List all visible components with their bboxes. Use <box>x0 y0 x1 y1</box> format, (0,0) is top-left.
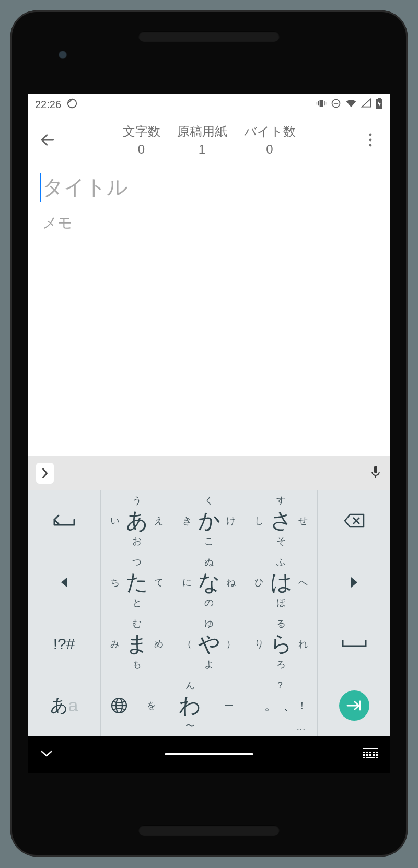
key-a[interactable]: う お い え あ <box>101 490 173 552</box>
counter-bytes: バイト数 0 <box>244 123 296 157</box>
svg-rect-36 <box>363 757 365 758</box>
svg-rect-2 <box>318 101 319 105</box>
suggestion-bar <box>28 456 390 490</box>
nav-keyboard-switch-button[interactable] <box>363 748 378 761</box>
cursor-right-key[interactable] <box>317 552 390 613</box>
editor-area: タイトル メモ <box>28 165 390 456</box>
navigation-bar <box>28 736 390 773</box>
svg-rect-34 <box>373 754 375 756</box>
svg-rect-26 <box>363 752 365 753</box>
key-wa[interactable]: ん 〜 を ー わ <box>137 675 243 736</box>
nav-home-line[interactable] <box>165 753 253 755</box>
svg-marker-19 <box>351 577 357 588</box>
phone-frame: 22:26 <box>10 10 408 857</box>
device-speaker-bottom <box>138 825 280 836</box>
app-bar: 文字数 0 原稿用紙 1 バイト数 0 <box>28 115 390 165</box>
svg-rect-30 <box>376 752 378 753</box>
svg-rect-32 <box>366 754 368 756</box>
undo-key[interactable] <box>28 490 101 552</box>
vibrate-icon <box>316 98 327 111</box>
counter-label: 原稿用紙 <box>177 123 227 140</box>
more-button[interactable] <box>355 133 386 147</box>
svg-rect-31 <box>363 754 365 756</box>
svg-rect-5 <box>326 102 326 104</box>
expand-suggestions-button[interactable] <box>36 463 54 484</box>
svg-rect-9 <box>378 98 381 99</box>
counter-value: 0 <box>266 142 273 157</box>
space-key[interactable] <box>317 613 390 675</box>
enter-key[interactable] <box>317 675 390 736</box>
svg-rect-27 <box>366 752 368 753</box>
screen: 22:26 <box>28 94 390 773</box>
cursor-left-key[interactable] <box>28 552 101 613</box>
keyboard: う お い え あ く こ き け か す そ し せ <box>28 490 390 736</box>
key-sa[interactable]: す そ し せ さ <box>245 490 317 552</box>
globe-key[interactable] <box>101 675 137 736</box>
status-bar: 22:26 <box>28 94 390 115</box>
symbols-key[interactable]: !?# <box>28 613 101 675</box>
battery-icon <box>376 98 383 112</box>
svg-rect-1 <box>320 100 323 107</box>
counter-value: 0 <box>138 142 145 157</box>
key-ha[interactable]: ふ ほ ひ へ は <box>245 552 317 613</box>
counter-label: 文字数 <box>123 123 160 140</box>
svg-rect-38 <box>376 757 378 758</box>
svg-marker-18 <box>61 577 67 588</box>
device-camera <box>55 47 71 63</box>
nav-down-button[interactable] <box>40 749 53 760</box>
svg-point-0 <box>68 99 77 108</box>
android-debug-icon <box>66 98 78 112</box>
key-ka[interactable]: く こ き け か <box>173 490 245 552</box>
dnd-icon <box>331 98 341 111</box>
key-ya[interactable]: ゆ よ （ ） や <box>173 613 245 675</box>
punctuation-key[interactable]: ？ ！ … 。 、 <box>243 675 317 736</box>
counter-characters: 文字数 0 <box>123 123 160 157</box>
svg-rect-37 <box>366 757 375 758</box>
svg-rect-4 <box>317 102 317 104</box>
key-ra[interactable]: る ろ り れ ら <box>245 613 317 675</box>
title-placeholder: タイトル <box>42 173 128 202</box>
svg-rect-28 <box>369 752 371 753</box>
title-input[interactable]: タイトル <box>40 173 378 202</box>
counter-label: バイト数 <box>244 123 296 140</box>
back-button[interactable] <box>32 132 63 148</box>
svg-rect-33 <box>369 754 371 756</box>
wifi-icon <box>345 98 357 112</box>
enter-icon <box>339 690 369 721</box>
backspace-key[interactable] <box>317 490 390 552</box>
device-speaker-top <box>138 31 280 42</box>
svg-point-12 <box>369 138 372 141</box>
language-toggle-key[interactable]: あa <box>28 675 101 736</box>
counter-pages: 原稿用紙 1 <box>177 123 227 157</box>
svg-point-11 <box>369 133 372 136</box>
svg-point-13 <box>369 144 372 146</box>
status-time: 22:26 <box>35 99 61 111</box>
counter-value: 1 <box>199 142 205 157</box>
key-na[interactable]: ぬ の に ね な <box>173 552 245 613</box>
key-ta[interactable]: つ と ち て た <box>101 552 173 613</box>
signal-icon <box>361 98 371 111</box>
svg-rect-14 <box>374 466 377 473</box>
voice-input-button[interactable] <box>369 465 382 482</box>
svg-rect-25 <box>363 748 378 749</box>
memo-placeholder: メモ <box>42 215 73 231</box>
key-ma[interactable]: む も み め ま <box>101 613 173 675</box>
svg-rect-35 <box>376 754 378 756</box>
memo-input[interactable]: メモ <box>40 213 378 233</box>
counters: 文字数 0 原稿用紙 1 バイト数 0 <box>63 123 355 157</box>
svg-rect-3 <box>324 101 325 105</box>
svg-rect-29 <box>373 752 375 753</box>
